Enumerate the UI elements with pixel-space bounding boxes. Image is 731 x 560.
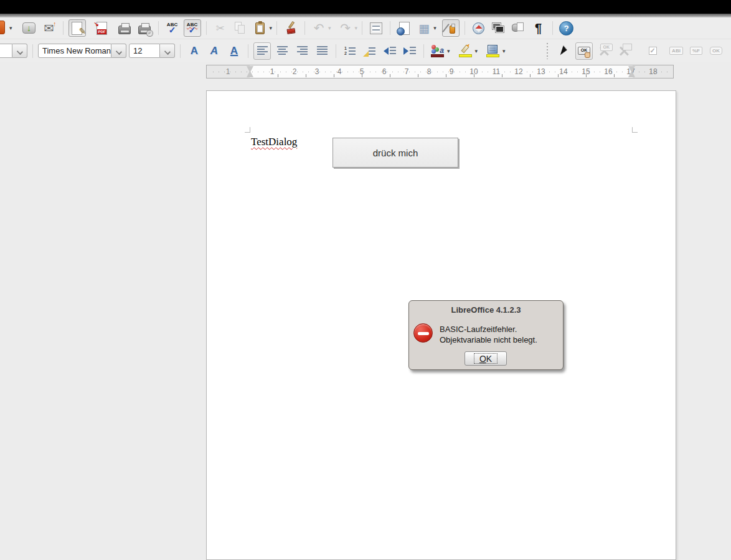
navigator-button[interactable] — [470, 19, 488, 37]
edit-mode-button[interactable]: ✎ — [68, 19, 86, 37]
redo-button: ↷ — [337, 19, 354, 37]
document-heading-text[interactable]: TestDialog — [251, 136, 297, 148]
no-entry-error-icon — [413, 323, 433, 343]
font-name-combo[interactable]: Times New Roman — [38, 44, 126, 58]
find-replace-button[interactable] — [367, 19, 385, 37]
align-right-button[interactable] — [293, 42, 311, 60]
pencil-icon: ✎ — [79, 26, 87, 36]
insert-table-dropdown[interactable]: ▾ — [433, 25, 436, 31]
insert-table-button[interactable]: ▦ — [415, 19, 433, 37]
paragraph-background-dropdown[interactable]: ▾ — [502, 48, 506, 54]
bullet-list-button[interactable] — [361, 42, 379, 60]
font-name-value[interactable]: Times New Roman — [38, 44, 111, 58]
redo-dropdown: ▾ — [355, 25, 358, 31]
paste-button[interactable] — [252, 19, 269, 37]
table-icon: ▦ — [418, 22, 430, 34]
ruler-number: 13 — [535, 67, 546, 76]
paragraph-style-combo[interactable] — [1, 44, 27, 58]
italic-button[interactable]: A — [205, 42, 223, 60]
text-boundary-corner-topleft — [245, 127, 250, 133]
paragraph-style-dropdown[interactable] — [12, 44, 27, 58]
font-size-dropdown[interactable] — [160, 44, 175, 58]
ruler-number: 14 — [558, 67, 568, 76]
font-name-dropdown[interactable] — [111, 44, 126, 58]
select-tool-button[interactable] — [555, 42, 573, 60]
align-center-icon — [277, 46, 288, 55]
spelling-button[interactable]: ABC ✓ — [164, 19, 181, 37]
ruler-number: 16 — [603, 67, 613, 76]
new-document-icon[interactable] — [0, 21, 5, 34]
clone-formatting-button[interactable] — [282, 19, 299, 37]
numbered-list-button[interactable]: 12 — [341, 42, 359, 60]
email-send-arrow-icon: ↑ — [53, 20, 57, 27]
push-button-tool[interactable]: OK — [575, 42, 593, 60]
error-message: BASIC-Laufzeitfehler. Objektvariable nic… — [440, 324, 537, 345]
toolbar-grip-handle[interactable] — [545, 43, 549, 59]
toolbar-separator — [248, 44, 248, 58]
ruler-number: 1 — [269, 67, 276, 76]
ruler-number: 18 — [648, 67, 658, 76]
help-icon: ? — [559, 21, 573, 36]
ruler-number: 10 — [468, 67, 479, 76]
data-sources-button[interactable] — [510, 19, 527, 37]
standard-toolbar: ▾ ↓ ✉ ↑ ✎ PDF ↘ ABC ✓ — [0, 17, 731, 39]
help-button[interactable]: ? — [558, 19, 575, 37]
decrease-indent-icon — [384, 47, 389, 55]
paragraph-background-icon — [486, 45, 500, 57]
export-pdf-button[interactable]: PDF ↘ — [93, 19, 111, 37]
highlighting-button[interactable] — [457, 42, 474, 60]
align-center-button[interactable] — [273, 42, 291, 60]
bold-button[interactable]: A — [186, 42, 203, 60]
auto-spellcheck-button[interactable]: ABC ✓ — [184, 19, 201, 37]
form-properties-button — [615, 42, 633, 60]
align-right-icon — [297, 46, 308, 55]
form-controls-toolbar: OK OK ✓ ABI %F OK — [545, 39, 726, 62]
print-button[interactable] — [116, 19, 133, 37]
control-properties-button: OK — [595, 42, 613, 60]
error-ok-button[interactable]: OK — [465, 351, 507, 366]
paragraph-background-button[interactable] — [484, 42, 502, 60]
font-size-value[interactable]: 12 — [129, 44, 160, 58]
drueck-mich-button[interactable]: drück mich — [332, 138, 458, 168]
toolbar-separator — [304, 21, 305, 35]
show-draw-functions-button[interactable] — [442, 19, 460, 37]
increase-indent-button[interactable] — [401, 42, 418, 60]
ruler-number: 6 — [381, 67, 388, 76]
justify-icon — [317, 46, 328, 55]
toolbar-separator — [180, 44, 181, 58]
decrease-indent-button[interactable] — [381, 42, 399, 60]
ruler-number: 2 — [291, 67, 298, 76]
paragraph-style-value[interactable] — [0, 44, 12, 58]
new-document-dropdown[interactable]: ▾ — [9, 25, 12, 31]
align-left-button[interactable] — [253, 42, 271, 60]
window-titlebar — [0, 0, 731, 14]
toolbar-separator — [63, 21, 64, 35]
ruler-number: 11 — [491, 67, 501, 76]
justify-button[interactable] — [313, 42, 331, 60]
hyperlink-button[interactable] — [395, 19, 413, 37]
ruler-number: 15 — [580, 67, 591, 76]
font-color-button[interactable]: a — [429, 42, 446, 60]
toolbar-separator — [206, 21, 207, 35]
font-color-dropdown[interactable]: ▾ — [447, 48, 450, 54]
pilcrow-icon: ¶ — [535, 22, 542, 34]
ruler-number: 5 — [359, 67, 366, 76]
formatted-field-icon: %F — [690, 47, 702, 55]
print-preview-button[interactable] — [136, 19, 153, 37]
toolbar-separator — [336, 44, 336, 58]
pointer-hand-icon — [585, 52, 590, 58]
formatting-marks-button[interactable]: ¶ — [530, 19, 547, 37]
underline-button[interactable]: A — [225, 42, 243, 60]
gallery-button[interactable] — [490, 19, 507, 37]
font-color-icon: a — [431, 45, 445, 57]
highlighting-dropdown[interactable]: ▾ — [475, 48, 478, 54]
textbox-icon: ABI — [669, 47, 683, 55]
paste-dropdown[interactable]: ▾ — [270, 25, 273, 31]
pdf-arrow-icon: ↘ — [94, 21, 99, 27]
undo-button: ↶ — [310, 19, 328, 37]
horizontal-ruler[interactable]: 1 123456789101112131415161718 — [206, 65, 674, 78]
ruler-number: 9 — [448, 67, 455, 76]
save-button[interactable]: ↓ — [21, 19, 38, 37]
email-button[interactable]: ✉ ↑ — [40, 19, 58, 37]
font-size-combo[interactable]: 12 — [129, 44, 175, 58]
